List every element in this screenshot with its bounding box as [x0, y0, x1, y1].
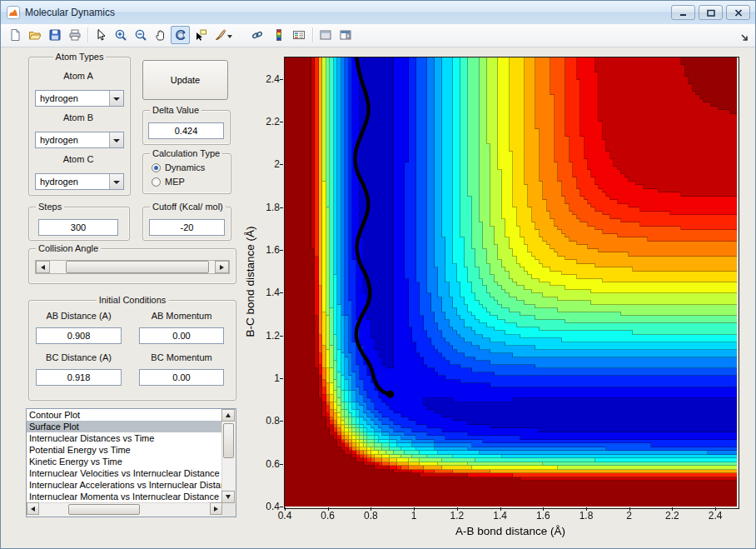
y-tick-label: 1.2 — [255, 330, 280, 342]
ab-momentum-label: AB Momentum — [139, 311, 224, 321]
calc-type-option-dynamics[interactable]: Dynamics — [152, 162, 205, 172]
atom-b-dropdown[interactable]: hydrogen — [35, 132, 124, 148]
list-item[interactable]: Internuclear Velocities vs Internuclear … — [27, 467, 222, 479]
delta-value-field[interactable]: 0.424 — [148, 122, 224, 139]
horizontal-scroll-thumb[interactable] — [68, 504, 140, 515]
scroll-up-button[interactable] — [221, 409, 235, 422]
open-file-button[interactable] — [25, 26, 44, 44]
arrow-up-icon — [226, 413, 231, 417]
x-tick-mark — [371, 507, 371, 511]
list-item[interactable]: Internuclear Accelerations vs Internucle… — [27, 479, 222, 491]
x-tick-mark — [672, 507, 673, 511]
y-tick-mark — [280, 421, 283, 422]
cutoff-field[interactable]: -20 — [149, 219, 225, 236]
calc-type-option-mep[interactable]: MEP — [152, 177, 185, 187]
insert-colorbar-button[interactable] — [269, 26, 288, 44]
atom-a-label: Atom A — [53, 71, 103, 81]
dock-figure-arrow[interactable] — [740, 30, 749, 45]
scroll-left-button[interactable] — [27, 502, 39, 515]
plot-type-listbox[interactable]: Contour PlotSurface PlotInternuclear Dis… — [26, 408, 236, 517]
pan-button[interactable] — [151, 26, 170, 44]
print-button[interactable] — [65, 26, 84, 44]
list-item[interactable]: Surface Plot — [27, 421, 222, 432]
bc-momentum-label: BC Momentum — [139, 352, 224, 362]
brush-dropdown-caret[interactable] — [227, 35, 232, 38]
chevron-down-icon — [113, 181, 120, 184]
arrow-right-icon — [214, 507, 218, 512]
insert-legend-button[interactable] — [289, 26, 308, 44]
plot-frame — [284, 57, 739, 509]
calculation-type-panel: Calculation Type — [142, 153, 231, 194]
calculation-type-title: Calculation Type — [150, 148, 222, 159]
titlebar[interactable]: Molecular Dynamics — [1, 1, 755, 25]
y-tick-label: 1 — [255, 372, 280, 384]
horizontal-scrollbar[interactable] — [27, 502, 222, 517]
zoom-out-button[interactable] — [131, 26, 150, 44]
link-plot-icon — [251, 28, 264, 42]
window-title: Molecular Dynamics — [25, 7, 115, 18]
atom-a-value: hydrogen — [40, 93, 78, 103]
zoom-in-button[interactable] — [111, 26, 130, 44]
maximize-button[interactable] — [699, 5, 723, 20]
zoom-in-icon — [114, 28, 127, 42]
vertical-scrollbar[interactable] — [221, 409, 236, 503]
save-button[interactable] — [45, 26, 64, 44]
ab-distance-field[interactable]: 0.908 — [36, 327, 122, 344]
dropdown-button[interactable] — [109, 91, 123, 106]
list-item[interactable]: Internuclear Momenta vs Internuclear Dis… — [27, 491, 222, 502]
close-button[interactable] — [726, 5, 750, 20]
x-tick-label: 1 — [401, 510, 426, 522]
link-plot-button[interactable] — [247, 26, 266, 44]
atom-b-value: hydrogen — [40, 135, 78, 145]
steps-field[interactable]: 300 — [38, 219, 118, 236]
x-tick-mark — [586, 507, 587, 511]
list-item[interactable]: Internuclear Distances vs Time — [27, 432, 222, 444]
ab-momentum-field[interactable]: 0.00 — [139, 327, 224, 344]
atom-a-dropdown[interactable]: hydrogen — [35, 90, 124, 107]
update-button[interactable]: Update — [142, 60, 228, 100]
dropdown-button[interactable] — [109, 132, 123, 147]
edit-plot-button[interactable] — [91, 26, 110, 44]
bc-distance-field[interactable]: 0.918 — [36, 369, 122, 386]
y-tick-label: 1.8 — [255, 202, 280, 213]
hide-plot-tools-button[interactable] — [316, 26, 335, 44]
radio-label: MEP — [165, 177, 185, 187]
collision-angle-slider[interactable] — [35, 260, 230, 274]
slider-left-button[interactable] — [36, 261, 50, 273]
list-item[interactable]: Potential Energy vs Time — [27, 444, 222, 456]
y-tick-label: 0.6 — [255, 458, 280, 470]
initial-conditions-title: Initial Conditions — [97, 295, 169, 306]
x-tick-mark — [414, 507, 415, 511]
chevron-down-icon — [113, 139, 120, 142]
chevron-down-icon — [113, 97, 120, 101]
y-tick-label: 2 — [255, 158, 280, 170]
zoom-out-icon — [134, 28, 147, 42]
x-axis-label: A-B bond distance (Å) — [385, 525, 635, 537]
data-cursor-button[interactable] — [191, 26, 210, 44]
list-item[interactable]: Kinetic Energy vs Time — [27, 456, 222, 467]
brush-button[interactable] — [211, 26, 236, 44]
slider-right-button[interactable] — [215, 261, 229, 273]
rotate-3d-button[interactable] — [171, 26, 190, 44]
atom-b-label: Atom B — [53, 112, 103, 122]
scroll-right-button[interactable] — [210, 502, 222, 515]
x-tick-label: 1.6 — [530, 510, 555, 522]
vertical-scroll-thumb[interactable] — [223, 423, 234, 458]
radio-icon[interactable] — [152, 163, 161, 172]
slider-thumb[interactable] — [66, 261, 209, 273]
contour-plot-canvas[interactable] — [285, 57, 737, 507]
bc-momentum-field[interactable]: 0.00 — [139, 369, 224, 386]
atom-c-dropdown[interactable]: hydrogen — [35, 173, 124, 190]
app-window: Molecular Dynamics Atom Types Atom A hyd — [0, 0, 756, 549]
atom-c-label: Atom C — [53, 154, 103, 164]
scroll-down-button[interactable] — [221, 491, 235, 503]
minimize-button[interactable] — [671, 5, 695, 20]
open-folder-icon — [28, 28, 42, 42]
dropdown-button[interactable] — [109, 174, 123, 189]
new-file-button[interactable] — [5, 26, 24, 44]
show-plot-tools-button[interactable] — [336, 26, 355, 44]
y-tick-mark — [280, 207, 283, 208]
radio-icon[interactable] — [152, 177, 161, 187]
list-item[interactable]: Contour Plot — [27, 409, 222, 421]
x-tick-label: 1.8 — [574, 510, 599, 522]
